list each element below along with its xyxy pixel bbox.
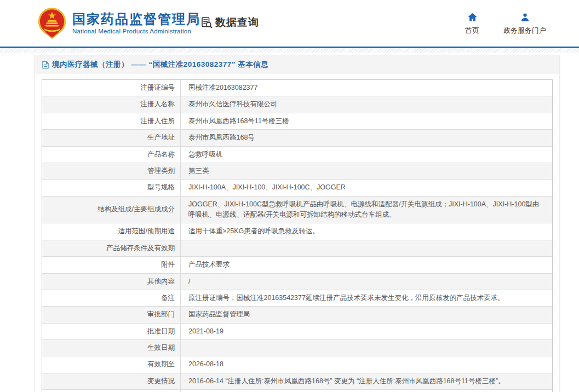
nav-portal-label: 政务服务门户	[503, 26, 546, 36]
row-label: 产品储存条件及有效期	[42, 240, 181, 256]
table-row: 型号规格JIXI-H-100A、JIXI-H-100、JIXI-H-100C、J…	[42, 180, 552, 196]
row-label: 生产地址	[42, 130, 181, 146]
table-row: 批准日期2021-08-19	[42, 324, 552, 340]
row-label: 有效期至	[42, 356, 181, 372]
table-row: 注详情	[42, 390, 552, 392]
row-label: 适用范围/预期用途	[42, 223, 181, 239]
row-value	[181, 240, 552, 256]
row-value	[181, 340, 552, 356]
nav-data-query[interactable]: 数据查询	[200, 15, 259, 30]
row-value: 泰州市久信医疗科技有限公司	[181, 96, 552, 112]
site-header: 国家药品监督管理局 National Medical Products Admi…	[0, 0, 579, 47]
table-row: 其他内容/	[42, 274, 552, 290]
row-value: 2026-08-18	[181, 356, 552, 372]
row-label: 型号规格	[42, 180, 181, 195]
row-label: 管理类别	[42, 163, 181, 179]
page-title-bar: 境内医疗器械（注册） —— “国械注准20163082377” 基本信息	[35, 55, 559, 74]
row-label: 变更情况	[42, 373, 181, 389]
row-label: 其他内容	[42, 274, 181, 290]
page-title: 境内医疗器械（注册） —— “国械注准20163082377” 基本信息	[52, 60, 268, 70]
header-right-nav: 首页 政务服务门户	[465, 12, 546, 36]
row-label: 结构及组成/主要组成成分	[42, 197, 181, 223]
nav-portal[interactable]: 政务服务门户	[503, 12, 546, 36]
row-label: 生效日期	[42, 340, 181, 356]
row-label: 备注	[42, 290, 181, 306]
document-search-icon	[200, 16, 213, 29]
document-icon	[42, 61, 49, 69]
table-row: 产品储存条件及有效期	[42, 240, 552, 257]
row-value: 国械注准20163082377	[181, 80, 552, 96]
row-label: 注	[42, 390, 181, 392]
nmpa-logo[interactable]: 国家药品监督管理局 National Medical Products Admi…	[37, 7, 200, 39]
table-row: 备注原注册证编号：国械注准20163542377延续注册产品技术要求未发生变化，…	[42, 290, 552, 307]
table-row: 变更情况2016-06-14 “注册人住所:泰州市凤凰西路168号” 变更为 “…	[42, 373, 552, 390]
row-value: 2021-08-19	[181, 324, 552, 339]
data-query-label: 数据查询	[215, 15, 259, 30]
agency-name-en: National Medical Products Administration	[72, 28, 200, 34]
info-table: 注册证编号国械注准20163082377注册人名称泰州市久信医疗科技有限公司注册…	[42, 79, 553, 392]
row-value: /	[181, 274, 552, 290]
table-row: 有效期至2026-08-18	[42, 356, 552, 373]
row-label: 注册证编号	[42, 80, 181, 96]
row-value: JIXI-H-100A、JIXI-H-100、JIXI-H-100C、JOGGE…	[181, 180, 552, 195]
table-row: 结构及组成/主要组成成分JOGGER、JIXI-H-100C型急救呼吸机产品由呼…	[42, 197, 552, 224]
table-row: 生产地址泰州市凤凰西路168号	[42, 130, 552, 146]
table-row: 管理类别第三类	[42, 163, 552, 180]
table-row: 注册证编号国械注准20163082377	[42, 80, 552, 96]
row-value: 泰州市凤凰西路168号11号楼三楼	[181, 113, 552, 129]
content-container: 境内医疗器械（注册） —— “国械注准20163082377” 基本信息 注册证…	[35, 55, 560, 392]
table-row: 适用范围/预期用途适用于体重≥25KG患者的呼吸急救及转运。	[42, 223, 552, 240]
row-value: 国家药品监督管理局	[181, 307, 552, 322]
row-value: 第三类	[181, 163, 552, 179]
national-emblem-icon	[37, 7, 67, 39]
row-value: 产品技术要求	[181, 257, 552, 273]
table-row: 注册人住所泰州市凤凰西路168号11号楼三楼	[42, 113, 552, 130]
row-value: 适用于体重≥25KG患者的呼吸急救及转运。	[181, 223, 552, 239]
row-label: 注册人住所	[42, 113, 181, 129]
table-row: 生效日期	[42, 340, 552, 356]
row-label: 产品名称	[42, 147, 181, 163]
row-label: 注册人名称	[42, 96, 181, 112]
user-icon	[520, 12, 530, 22]
row-value: 急救呼吸机	[181, 147, 552, 163]
row-value: 原注册证编号：国械注准20163542377延续注册产品技术要求未发生变化，沿用…	[181, 290, 552, 306]
table-row: 产品名称急救呼吸机	[42, 147, 552, 163]
home-icon	[467, 12, 478, 22]
row-label: 审批部门	[42, 307, 181, 322]
row-value: 2016-06-14 “注册人住所:泰州市凤凰西路168号” 变更为 “注册人住…	[181, 373, 552, 389]
logo-text: 国家药品监督管理局 National Medical Products Admi…	[72, 11, 200, 35]
row-value: 详情	[181, 390, 552, 392]
nav-home[interactable]: 首页	[465, 12, 479, 36]
table-row: 审批部门国家药品监督管理局	[42, 307, 552, 323]
row-value: JOGGER、JIXI-H-100C型急救呼吸机产品由呼吸机、电源线和适配器/开…	[181, 197, 552, 223]
row-value: 泰州市凤凰西路168号	[181, 130, 552, 146]
table-row: 注册人名称泰州市久信医疗科技有限公司	[42, 96, 552, 113]
nav-home-label: 首页	[465, 26, 479, 36]
agency-name-cn: 国家药品监督管理局	[72, 11, 200, 27]
table-row: 附件产品技术要求	[42, 257, 552, 273]
row-label: 附件	[42, 257, 181, 273]
header-stripe-band	[0, 48, 579, 53]
row-label: 批准日期	[42, 324, 181, 339]
